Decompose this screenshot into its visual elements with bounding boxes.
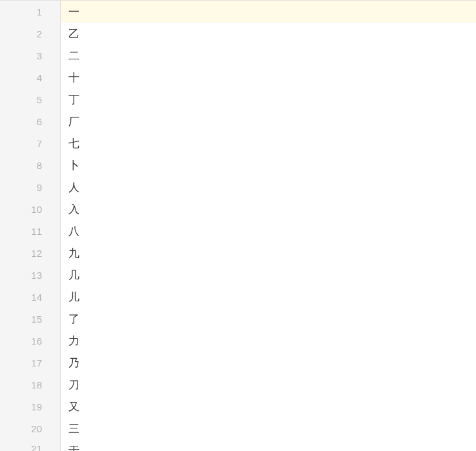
line-content[interactable]: 乃 [61, 352, 476, 374]
line-number: 4 [0, 66, 61, 88]
line-number: 17 [0, 352, 61, 374]
line-content[interactable]: 乙 [61, 23, 476, 45]
line-number: 19 [0, 396, 61, 417]
line-content[interactable]: 卜 [61, 154, 476, 176]
editor-row[interactable]: 15了 [0, 308, 476, 330]
line-number: 10 [0, 198, 61, 220]
editor-row[interactable]: 12九 [0, 242, 476, 264]
line-content[interactable]: 二 [61, 45, 476, 66]
line-number: 16 [0, 330, 61, 352]
line-number: 15 [0, 308, 61, 330]
editor-row[interactable]: 10入 [0, 198, 476, 220]
line-content[interactable]: 八 [61, 220, 476, 242]
line-content[interactable]: 三 [61, 417, 476, 439]
line-number: 8 [0, 154, 61, 176]
line-content[interactable]: 人 [61, 176, 476, 198]
editor-row[interactable]: 9人 [0, 176, 476, 198]
editor-row[interactable]: 5丁 [0, 88, 476, 110]
line-content[interactable]: 几 [61, 264, 476, 286]
line-content[interactable]: 丁 [61, 88, 476, 110]
line-number: 7 [0, 132, 61, 154]
editor-row[interactable]: 6厂 [0, 110, 476, 132]
editor-row[interactable]: 20三 [0, 417, 476, 439]
line-number: 6 [0, 110, 61, 132]
line-content[interactable]: 一 [61, 1, 476, 23]
editor-row[interactable]: 7七 [0, 132, 476, 154]
line-content[interactable]: 七 [61, 132, 476, 154]
line-number: 20 [0, 417, 61, 439]
line-number: 11 [0, 220, 61, 242]
editor-row[interactable]: 3二 [0, 45, 476, 66]
line-number: 3 [0, 45, 61, 66]
editor-row[interactable]: 1一 [0, 1, 476, 23]
line-number: 2 [0, 23, 61, 45]
text-editor[interactable]: 1一2乙3二4十5丁6厂7七8卜9人10入11八12九13几14儿15了16力1… [0, 0, 476, 451]
editor-row[interactable]: 16力 [0, 330, 476, 352]
editor-row[interactable]: 19又 [0, 396, 476, 417]
editor-row[interactable]: 17乃 [0, 352, 476, 374]
line-number: 14 [0, 286, 61, 308]
line-content[interactable]: 了 [61, 308, 476, 330]
editor-row[interactable]: 2乙 [0, 23, 476, 45]
editor-row[interactable]: 11八 [0, 220, 476, 242]
line-number: 5 [0, 88, 61, 110]
editor-row[interactable]: 4十 [0, 66, 476, 88]
line-content[interactable]: 于 [61, 439, 476, 451]
editor-rows: 1一2乙3二4十5丁6厂7七8卜9人10入11八12九13几14儿15了16力1… [0, 1, 476, 451]
line-content[interactable]: 九 [61, 242, 476, 264]
line-number: 12 [0, 242, 61, 264]
line-content[interactable]: 入 [61, 198, 476, 220]
editor-row[interactable]: 21于 [0, 439, 476, 451]
line-content[interactable]: 又 [61, 396, 476, 417]
editor-row[interactable]: 18刀 [0, 374, 476, 396]
editor-row[interactable]: 13几 [0, 264, 476, 286]
line-number: 18 [0, 374, 61, 396]
editor-row[interactable]: 14儿 [0, 286, 476, 308]
line-number: 9 [0, 176, 61, 198]
line-content[interactable]: 十 [61, 66, 476, 88]
line-content[interactable]: 儿 [61, 286, 476, 308]
editor-row[interactable]: 8卜 [0, 154, 476, 176]
line-content[interactable]: 力 [61, 330, 476, 352]
line-number: 21 [0, 439, 61, 451]
line-content[interactable]: 厂 [61, 110, 476, 132]
line-number: 1 [0, 1, 61, 23]
line-number: 13 [0, 264, 61, 286]
line-content[interactable]: 刀 [61, 374, 476, 396]
